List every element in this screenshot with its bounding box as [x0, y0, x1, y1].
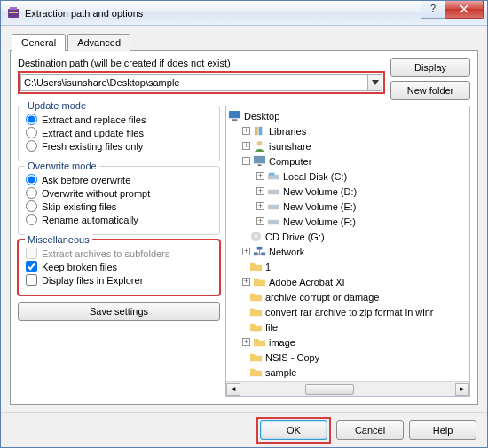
destination-row: Destination path (will be created if doe… — [18, 58, 470, 100]
check-subfolders — [26, 248, 37, 259]
drive-icon — [267, 200, 280, 213]
save-settings-button[interactable]: Save settings — [18, 302, 220, 321]
svg-text:?: ? — [430, 4, 436, 13]
ok-button[interactable]: OK — [260, 420, 327, 440]
drive-icon — [267, 216, 280, 228]
dialog-window: Extraction path and options ? General Ad… — [0, 0, 488, 448]
check-broken[interactable] — [26, 261, 37, 272]
main-columns: Update mode Extract and replace files Ex… — [18, 106, 470, 397]
dialog-footer: OK Cancel Help — [1, 412, 487, 447]
destination-dropdown[interactable] — [368, 74, 382, 91]
tree-libraries[interactable]: +Libraries — [228, 123, 468, 138]
horizontal-scrollbar[interactable]: ◄ ► — [226, 381, 469, 396]
update-mode-group: Update mode Extract and replace files Ex… — [18, 106, 220, 161]
svg-point-17 — [255, 235, 257, 238]
scroll-track[interactable] — [240, 383, 455, 396]
scroll-left-icon[interactable]: ◄ — [226, 383, 240, 396]
tree-computer[interactable]: −Computer — [228, 153, 468, 169]
scroll-thumb[interactable] — [305, 384, 354, 395]
tree-vol-d[interactable]: +New Volume (D:) — [228, 184, 468, 199]
miscellaneous-group: Miscellaneous Extract archives to subfol… — [18, 240, 220, 295]
tree-isunshare[interactable]: +isunshare — [228, 138, 468, 153]
desktop-icon — [228, 110, 241, 122]
libraries-icon — [253, 125, 266, 138]
tree-image[interactable]: +image — [228, 334, 468, 350]
computer-icon — [253, 155, 266, 168]
tree-sample[interactable]: sample — [228, 365, 468, 380]
expand-icon[interactable]: + — [256, 172, 264, 180]
update-opt-replace[interactable]: Extract and replace files — [26, 114, 212, 125]
overwrite-opt-rename[interactable]: Rename automatically — [26, 214, 212, 225]
radio-replace[interactable] — [26, 114, 37, 125]
close-button[interactable] — [445, 1, 484, 19]
expand-icon[interactable]: + — [256, 202, 264, 210]
misc-opt-broken[interactable]: Keep broken files — [26, 261, 212, 272]
update-opt-fresh[interactable]: Fresh existing files only — [26, 140, 212, 152]
expand-icon[interactable]: + — [242, 248, 250, 255]
svg-rect-10 — [258, 164, 262, 166]
svg-rect-1 — [10, 7, 17, 10]
tabstrip: General Advanced — [10, 34, 478, 51]
tree-cd-g[interactable]: CD Drive (G:) — [228, 229, 468, 244]
expand-icon[interactable]: + — [256, 217, 264, 225]
update-legend: Update mode — [25, 100, 89, 111]
radio-rename[interactable] — [26, 214, 37, 225]
svg-rect-5 — [232, 119, 238, 121]
collapse-icon[interactable]: − — [242, 157, 250, 165]
overwrite-opt-without[interactable]: Overwrite without prompt — [26, 187, 212, 199]
tree-vol-f[interactable]: +New Volume (F:) — [228, 214, 468, 229]
misc-opt-explorer[interactable]: Display files in Explorer — [26, 274, 212, 286]
destination-label: Destination path (will be created if doe… — [18, 58, 385, 68]
tree-adobe[interactable]: +Adobe Acrobat XI — [228, 274, 468, 289]
tree-nsis[interactable]: NSIS - Copy — [228, 350, 468, 365]
check-explorer[interactable] — [26, 274, 37, 286]
tree-archive-corrupt[interactable]: archive corrupt or damage — [228, 289, 468, 304]
radio-ask[interactable] — [26, 174, 37, 185]
svg-rect-9 — [254, 156, 265, 163]
misc-opt-subfolders: Extract archives to subfolders — [26, 248, 212, 259]
radio-fresh[interactable] — [26, 140, 37, 152]
left-column: Update mode Extract and replace files Ex… — [18, 106, 220, 397]
tab-general[interactable]: General — [12, 34, 66, 51]
cd-icon — [249, 231, 263, 243]
tree-folder-1[interactable]: 1 — [228, 259, 468, 274]
radio-without[interactable] — [26, 187, 37, 199]
tree-local-c[interactable]: +Local Disk (C:) — [228, 169, 468, 184]
folder-icon — [249, 351, 263, 364]
expand-icon[interactable]: + — [242, 338, 250, 346]
svg-rect-2 — [9, 12, 18, 13]
radio-skip[interactable] — [26, 200, 37, 212]
expand-icon[interactable]: + — [242, 278, 250, 286]
app-icon — [6, 6, 20, 20]
tree-convert[interactable]: convert rar archive to zip format in win… — [228, 304, 468, 319]
update-opt-update[interactable]: Extract and update files — [26, 127, 212, 138]
new-folder-button[interactable]: New folder — [390, 81, 470, 100]
tree-vol-e[interactable]: +New Volume (E:) — [228, 199, 468, 214]
tree-body[interactable]: Desktop +Libraries +isunshare −Computer … — [226, 106, 469, 381]
display-button[interactable]: Display — [390, 58, 470, 77]
help-button-titlebar[interactable]: ? — [421, 1, 445, 19]
cancel-button[interactable]: Cancel — [336, 420, 404, 440]
overwrite-opt-skip[interactable]: Skip existing files — [26, 200, 212, 212]
tab-panel: Destination path (will be created if doe… — [10, 50, 478, 405]
expand-icon[interactable]: + — [242, 142, 250, 150]
tree-file[interactable]: file — [228, 319, 468, 334]
svg-rect-20 — [257, 247, 263, 250]
expand-icon[interactable]: + — [256, 187, 264, 195]
tab-advanced[interactable]: Advanced — [67, 34, 130, 51]
folder-icon — [253, 336, 266, 349]
radio-update[interactable] — [26, 127, 37, 138]
tree-network[interactable]: +Network — [228, 244, 468, 259]
svg-rect-7 — [259, 127, 263, 135]
user-icon — [253, 140, 266, 153]
destination-input[interactable] — [20, 74, 368, 91]
folder-icon — [249, 306, 263, 318]
window-title: Extraction path and options — [25, 8, 421, 19]
scroll-right-icon[interactable]: ► — [455, 383, 469, 396]
overwrite-legend: Overwrite mode — [25, 161, 99, 171]
overwrite-opt-ask[interactable]: Ask before overwrite — [26, 174, 212, 185]
help-button[interactable]: Help — [409, 420, 476, 440]
window-controls: ? — [421, 1, 487, 19]
expand-icon[interactable]: + — [242, 127, 250, 135]
tree-desktop[interactable]: Desktop — [228, 108, 468, 123]
